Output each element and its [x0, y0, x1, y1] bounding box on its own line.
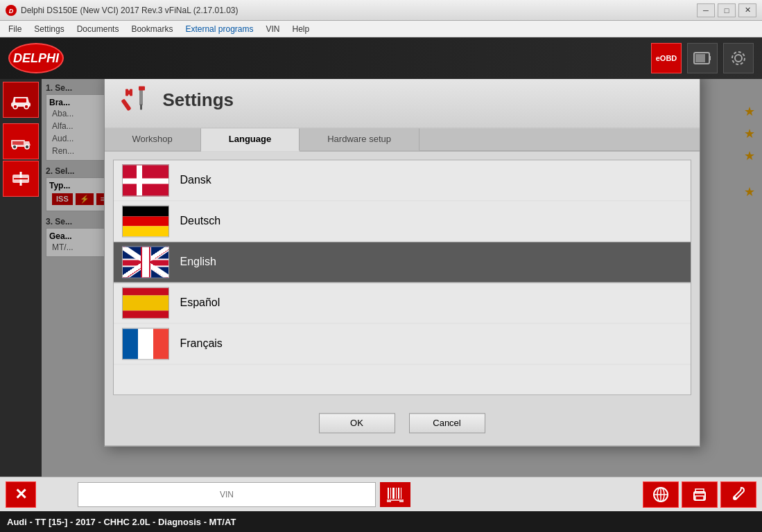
menu-documents[interactable]: Documents: [71, 23, 125, 35]
vin-action-1[interactable]: [643, 481, 679, 508]
language-item-english[interactable]: English: [114, 242, 691, 283]
svg-rect-4: [695, 54, 705, 62]
menu-file[interactable]: File: [3, 23, 27, 35]
dialog-tabs: Workshop Language Hardware setup: [105, 128, 700, 151]
language-name-francais: Français: [180, 337, 223, 350]
app-window: D Delphi DS150E (New VCI) 2017 Rev.3 vFi…: [0, 0, 762, 532]
status-bar: Audi - TT [15-] - 2017 - CHHC 2.0L - Dia…: [0, 511, 762, 532]
title-bar-left: D Delphi DS150E (New VCI) 2017 Rev.3 vFi…: [6, 5, 238, 16]
tool-icon: [10, 169, 32, 188]
svg-text:D: D: [9, 8, 14, 15]
svg-rect-36: [392, 488, 395, 499]
status-text: Audi - TT [15-] - 2017 - CHHC 2.0L - Dia…: [7, 517, 236, 527]
header-icons: eOBD: [651, 43, 754, 73]
dialog-footer: OK Cancel: [105, 403, 700, 445]
vin-input-container: [78, 482, 376, 507]
vin-action-3[interactable]: [720, 481, 756, 508]
svg-point-12: [12, 145, 17, 149]
svg-rect-33: [144, 247, 149, 278]
flag-de-black: [123, 206, 168, 216]
ok-button[interactable]: OK: [319, 413, 395, 433]
eobd-button[interactable]: eOBD: [651, 43, 682, 73]
svg-line-27: [123, 247, 169, 278]
svg-point-13: [25, 145, 29, 149]
vin-action-2[interactable]: [682, 481, 718, 508]
menu-bookmarks[interactable]: Bookmarks: [125, 23, 178, 35]
menu-bar: File Settings Documents Bookmarks Extern…: [0, 21, 762, 37]
svg-rect-21: [130, 89, 132, 96]
dialog-icon: [119, 83, 152, 116]
dialog-header: Settings: [105, 79, 700, 128]
print-icon: [690, 485, 709, 504]
svg-rect-10: [15, 98, 26, 103]
svg-rect-20: [125, 89, 128, 96]
svg-point-5: [735, 55, 742, 62]
car-icon: [10, 90, 32, 109]
svg-point-8: [13, 105, 17, 109]
close-button[interactable]: ✕: [738, 3, 756, 17]
battery-icon: [693, 51, 711, 66]
menu-help[interactable]: Help: [287, 23, 315, 35]
main-area: 1. Se... Bra... Aba... Alfa... Aud... Re…: [0, 79, 762, 477]
tab-language[interactable]: Language: [201, 128, 300, 151]
svg-rect-14: [12, 141, 24, 145]
flag-fr-white: [138, 328, 153, 359]
flag-denmark: [122, 164, 169, 196]
svg-rect-32: [123, 260, 169, 265]
svg-line-28: [123, 247, 169, 278]
dialog-title: Settings: [163, 89, 234, 111]
vin-action-buttons: [643, 481, 756, 508]
language-list: Dansk Deutsch: [113, 159, 691, 395]
svg-rect-30: [123, 258, 169, 267]
content-area: 1. Se... Bra... Aba... Alfa... Aud... Re…: [42, 79, 762, 477]
wrench-small-icon: [729, 485, 748, 504]
svg-rect-34: [388, 488, 389, 499]
flag-france: [122, 328, 169, 360]
tab-hardware[interactable]: Hardware setup: [300, 128, 419, 150]
language-name-deutsch: Deutsch: [180, 215, 221, 227]
settings-gear-icon: [728, 48, 749, 69]
minimize-button[interactable]: ─: [697, 3, 715, 17]
app-header: DELPHI eOBD: [0, 37, 762, 79]
svg-rect-24: [139, 86, 145, 90]
sidebar-tool-button[interactable]: [3, 161, 39, 197]
title-bar: D Delphi DS150E (New VCI) 2017 Rev.3 vFi…: [0, 0, 762, 21]
sidebar-truck-button[interactable]: [3, 123, 39, 159]
svg-point-6: [732, 52, 745, 64]
truck-icon: [10, 132, 32, 151]
svg-rect-18: [121, 98, 131, 111]
vin-bar: ✕: [0, 477, 762, 511]
svg-line-29: [123, 247, 169, 278]
header-button-2[interactable]: [687, 43, 718, 73]
svg-rect-3: [709, 56, 711, 60]
svg-point-9: [24, 105, 28, 109]
svg-rect-37: [396, 488, 397, 499]
cancel-button[interactable]: Cancel: [409, 413, 485, 433]
settings-dialog: Settings Workshop Language Hardware setu…: [104, 79, 700, 446]
flag-de-red: [123, 216, 168, 227]
window-title: Delphi DS150E (New VCI) 2017 Rev.3 vFiNa…: [21, 6, 238, 15]
language-item-dansk[interactable]: Dansk: [114, 160, 691, 201]
sidebar-car-button[interactable]: [3, 82, 39, 118]
menu-vin[interactable]: VIN: [260, 23, 285, 35]
language-item-francais[interactable]: Français: [114, 323, 691, 364]
close-session-button[interactable]: ✕: [6, 481, 36, 508]
menu-external[interactable]: External programs: [180, 23, 259, 35]
header-button-3[interactable]: [723, 43, 754, 73]
flag-es-bot: [123, 310, 168, 318]
svg-rect-25: [123, 247, 169, 278]
vin-scan-button[interactable]: [380, 482, 410, 507]
flag-de-gold: [123, 227, 168, 237]
maximize-button[interactable]: □: [718, 3, 736, 17]
vin-input[interactable]: [84, 490, 370, 499]
menu-settings[interactable]: Settings: [28, 23, 69, 35]
language-item-deutsch[interactable]: Deutsch: [114, 201, 691, 242]
svg-rect-35: [390, 488, 391, 499]
language-item-espanol[interactable]: Español: [114, 283, 691, 323]
network-icon: [651, 485, 670, 504]
svg-rect-23: [140, 104, 142, 109]
barcode-scan-icon: [386, 485, 405, 504]
title-bar-controls: ─ □ ✕: [697, 3, 756, 17]
tab-workshop[interactable]: Workshop: [105, 128, 201, 150]
svg-rect-39: [401, 488, 401, 499]
